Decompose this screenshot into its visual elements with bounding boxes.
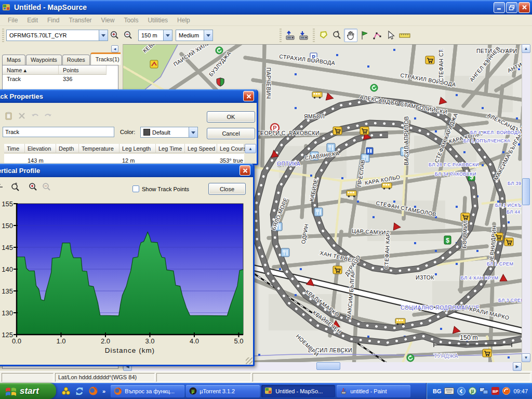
trackpoint-row[interactable]: 143 m12 m353° true [4, 154, 244, 163]
column-header-time[interactable]: Time [4, 144, 25, 153]
scroll-down-icon[interactable]: ▼ [522, 353, 530, 362]
zoom-select-icon[interactable] [10, 181, 21, 193]
column-header-depth[interactable]: Depth [56, 144, 79, 153]
menu-tools[interactable]: Tools [119, 15, 143, 25]
tab-tracks[interactable]: Tracks(1) [90, 52, 125, 65]
table-row[interactable]: Track336 [3, 75, 118, 84]
track-name-input[interactable] [3, 127, 114, 137]
panel-collapse-button[interactable]: ◂ [111, 45, 118, 52]
ok-button[interactable]: OK [207, 111, 255, 123]
chevron-down-icon[interactable] [99, 30, 108, 41]
toolbar-grip[interactable] [2, 29, 4, 42]
zoom-in-chart-icon[interactable] [28, 181, 39, 193]
map-poi-cart-icon[interactable] [461, 213, 470, 221]
toolbar-grip[interactable] [313, 29, 315, 42]
clock[interactable]: 09:47 [513, 388, 528, 394]
network-tray-icon[interactable] [480, 388, 488, 395]
map-poi-green-icon[interactable] [370, 84, 378, 91]
cancel-button[interactable]: Cancel [207, 128, 255, 139]
zoom-tool[interactable] [330, 29, 344, 42]
tab-routes[interactable]: Routes [62, 55, 90, 65]
overflow-chevron-icon[interactable]: » [102, 388, 105, 394]
column-header-leg-time[interactable]: Leg Time [156, 144, 185, 153]
map-poi-cart-icon[interactable] [360, 127, 369, 135]
tab-waypoints[interactable]: Waypoints [26, 55, 62, 65]
scroll-right-icon[interactable]: ▶ [513, 362, 522, 371]
map-poi-rest-icon[interactable] [281, 248, 289, 257]
map-poi-cart-icon[interactable] [483, 349, 491, 357]
redo-icon[interactable] [42, 110, 54, 122]
undo-icon[interactable] [30, 110, 41, 122]
column-header-leg-speed[interactable]: Leg Speed [185, 144, 217, 153]
map-poi-cart-icon[interactable] [425, 56, 434, 64]
menu-utilities[interactable]: Utilities [143, 15, 172, 25]
taskbar-button-mapsource[interactable]: Untitled - MapSo... [261, 385, 335, 397]
map-poi-green-icon[interactable] [216, 47, 223, 54]
receive-from-device-button[interactable] [297, 29, 311, 42]
chevron-down-icon[interactable] [189, 127, 197, 137]
route-tool[interactable] [371, 29, 384, 42]
menu-file[interactable]: File [3, 15, 22, 25]
map-scale-combo[interactable]: 150 m [138, 30, 172, 41]
track-color-combo[interactable]: Default [140, 127, 198, 138]
language-indicator[interactable]: BG [433, 388, 442, 394]
three-balls-icon[interactable] [61, 387, 71, 396]
chevron-down-icon[interactable] [163, 30, 172, 41]
map-vertical-scrollbar[interactable]: ▲ ▼ [522, 44, 530, 362]
horizontal-scroll-thumb[interactable] [316, 362, 340, 370]
minimize-button[interactable] [494, 2, 505, 13]
paste-icon[interactable] [3, 110, 15, 122]
pan-chart-icon[interactable] [0, 181, 5, 193]
column-header-elevation[interactable]: Elevation [25, 144, 56, 153]
selection-arrow-tool[interactable] [384, 29, 398, 42]
send-to-device-button[interactable] [284, 29, 297, 42]
column-header-leg-cours[interactable]: Leg Cours [217, 144, 244, 153]
zoom-out-chart-icon[interactable] [41, 181, 52, 193]
map-poi-warn-icon[interactable] [150, 60, 158, 68]
map-select-tool[interactable] [317, 29, 330, 42]
bp-tray-icon[interactable]: BP [491, 387, 499, 395]
column-header-leg-length[interactable]: Leg Length [119, 144, 156, 153]
menu-edit[interactable]: Edit [22, 15, 43, 25]
map-poi-cart-icon[interactable] [333, 266, 342, 274]
zoom-in-button[interactable] [108, 29, 122, 42]
taskbar-button-firefox[interactable]: Въпрос за функц... [111, 385, 184, 397]
scroll-up-icon[interactable]: ▲ [245, 144, 256, 153]
orange-tray-icon[interactable] [502, 387, 510, 395]
collapse-chevron-icon[interactable] [457, 387, 466, 395]
taskbar-button-paint[interactable]: untitled - Paint [337, 385, 410, 397]
map-detail-combo[interactable]: Medium [176, 30, 213, 41]
vertical-scroll-thumb[interactable] [522, 178, 530, 205]
measure-tool[interactable] [398, 29, 411, 42]
scroll-up-icon[interactable]: ▲ [522, 44, 530, 53]
keyboard-icon[interactable] [444, 388, 454, 394]
column-header-temperature[interactable]: Temperature [79, 144, 119, 153]
restore-button[interactable] [506, 2, 517, 13]
hand-pan-tool[interactable] [344, 29, 357, 42]
map-poi-info-icon[interactable] [366, 148, 373, 154]
map-poi-rest-icon[interactable] [314, 208, 323, 216]
menu-help[interactable]: Help [172, 15, 195, 25]
close-icon[interactable] [240, 165, 250, 176]
sync-arrows-icon[interactable] [75, 387, 84, 396]
toolbar-grip[interactable] [280, 29, 282, 42]
map-poi-cart-icon[interactable] [333, 127, 342, 135]
column-header[interactable]: Points [59, 65, 107, 75]
delete-icon[interactable] [16, 110, 28, 122]
map-poi-cart-icon[interactable] [504, 238, 513, 246]
utorrent-tray-icon[interactable]: µ [469, 387, 476, 395]
elevation-profile-chart[interactable]: 1551501451401351301250.01.02.03.04.05.0 … [1, 200, 252, 356]
dialog-resize-grip[interactable] [246, 357, 252, 364]
close-button[interactable] [518, 2, 530, 13]
chevron-down-icon[interactable] [204, 30, 212, 41]
map-poi-green-icon[interactable] [407, 354, 414, 362]
zoom-out-button[interactable] [122, 29, 135, 42]
close-icon[interactable] [243, 91, 254, 101]
firefox-icon[interactable] [88, 386, 98, 396]
menu-transfer[interactable]: Transfer [64, 15, 96, 25]
close-dialog-button[interactable]: Close [208, 183, 246, 195]
start-button[interactable]: start [0, 383, 56, 399]
taskbar-button-utorrent[interactable]: µµTorrent 3.1.2 [186, 385, 260, 397]
map-product-combo[interactable]: OFRMGT5.70LT_CYR [6, 30, 108, 41]
menu-find[interactable]: Find [43, 15, 64, 25]
